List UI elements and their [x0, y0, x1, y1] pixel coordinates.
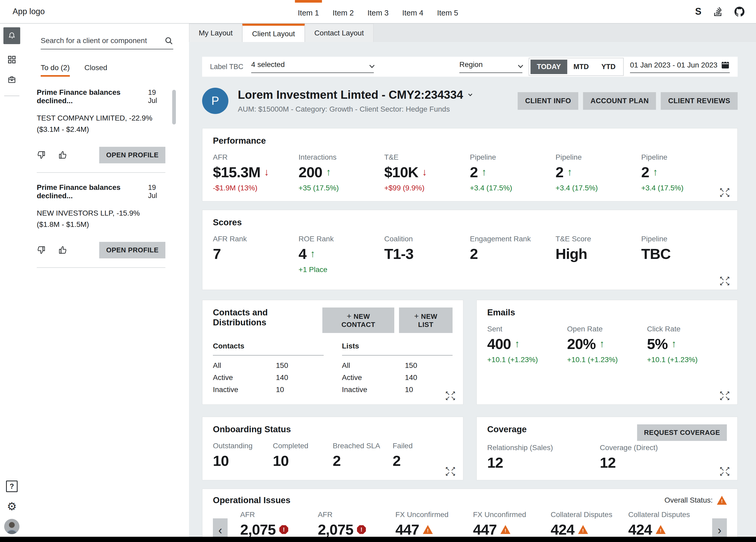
chevron-down-icon	[369, 63, 375, 68]
card-title: Emails	[487, 308, 727, 318]
user-avatar[interactable]	[4, 519, 19, 534]
notification-tabs: To do (2) Closed	[41, 64, 189, 77]
card-title: Contacts and Distributions	[213, 308, 322, 328]
warning-icon: !	[578, 525, 588, 534]
expand-icon[interactable]: ↖↗↙↘	[719, 276, 731, 286]
notification-card: Prime Finance balances declined... 19 Ju…	[37, 88, 165, 163]
metric-click-rate: Click Rate 5%↑ +10.1 (+1.23%)	[647, 325, 727, 364]
search-icon[interactable]	[164, 36, 173, 45]
client-reviews-button[interactable]: CLIENT REVIEWS	[661, 92, 738, 110]
thumbs-down-icon[interactable]	[37, 245, 46, 255]
table-row: Active140	[342, 374, 453, 382]
carousel-prev-button[interactable]: ‹	[213, 518, 228, 537]
request-coverage-button[interactable]: REQUEST COVERAGE	[637, 424, 727, 441]
warning-icon: !	[717, 496, 727, 505]
table-row: Inactive10	[213, 386, 324, 394]
card-title: Coverage	[487, 424, 527, 434]
table-row: All150	[213, 361, 324, 370]
main-area: My Layout Client Layout Contact Layout L…	[189, 24, 756, 537]
tab-todo[interactable]: To do (2)	[41, 64, 70, 77]
metric-afr: AFR $15.3M↓ -$1.9M (13%)	[213, 153, 298, 192]
coverage-card: Coverage REQUEST COVERAGE Relationship (…	[476, 417, 738, 480]
period-today[interactable]: TODAY	[531, 60, 567, 74]
period-mtd[interactable]: MTD	[567, 60, 595, 74]
help-icon: ?	[10, 482, 14, 491]
card-title: Scores	[213, 217, 727, 227]
metric-failed: Failed 2	[393, 442, 453, 469]
metric-relationship-sales: Relationship (Sales) 12	[487, 444, 600, 471]
list-divider	[37, 172, 165, 173]
portfolio-rail-button[interactable]	[7, 75, 16, 84]
client-avatar: P	[202, 88, 228, 114]
topbar-icons: S	[695, 6, 744, 17]
thumbs-up-icon[interactable]	[58, 245, 67, 255]
period-ytd[interactable]: YTD	[595, 60, 622, 74]
trend-up-icon: ↑	[599, 338, 604, 350]
expand-icon[interactable]: ↖↗↙↘	[445, 466, 456, 476]
briefcase-icon	[7, 75, 16, 84]
s-logo-icon[interactable]: S	[695, 6, 701, 17]
expand-icon[interactable]: ↖↗↙↘	[719, 187, 731, 197]
settings-button[interactable]: ⚙	[7, 501, 17, 512]
emails-card: Emails Sent 400↑ +10.1 (+1.23%) Open Rat…	[476, 300, 738, 405]
expand-icon[interactable]: ↖↗↙↘	[719, 391, 731, 401]
label-tbc: Label TBC	[210, 63, 243, 71]
help-button[interactable]: ?	[6, 481, 18, 492]
trend-up-icon: ↑	[310, 248, 315, 259]
contacts-card: Contacts and Distributions +NEW CONTACT …	[202, 300, 463, 405]
account-plan-button[interactable]: ACCOUNT PLAN	[583, 92, 656, 110]
notification-list: Prime Finance balances declined... 19 Ju…	[24, 88, 189, 537]
app-logo[interactable]: App logo	[13, 7, 45, 16]
notification-date: 19 Jul	[148, 183, 165, 200]
label-select-dropdown[interactable]: 4 selected	[251, 60, 374, 73]
card-title: Onboarding Status	[213, 424, 453, 434]
top-bar: App logo Item 1 Item 2 Item 3 Item 4 Ite…	[0, 0, 756, 24]
nav-item-1[interactable]: Item 1	[298, 0, 319, 23]
notifications-rail-button[interactable]	[3, 27, 20, 44]
client-header: P Lorem Investment Limted - CMY2:234334 …	[202, 88, 738, 114]
dropdown-value: Region	[459, 60, 483, 69]
client-info-button[interactable]: CLIENT INFO	[518, 92, 578, 110]
apps-rail-button[interactable]	[7, 55, 16, 64]
thumbs-down-icon[interactable]	[37, 150, 46, 160]
github-icon[interactable]	[734, 7, 744, 17]
warning-icon: !	[500, 525, 510, 534]
operational-issues-card: Operational Issues Overall Status: ! ‹ A…	[202, 489, 738, 537]
app-window: App logo Item 1 Item 2 Item 3 Item 4 Ite…	[0, 0, 756, 542]
new-contact-button[interactable]: +NEW CONTACT	[322, 308, 394, 333]
rail-divider	[4, 96, 19, 96]
nav-item-3[interactable]: Item 3	[367, 0, 389, 23]
region-dropdown[interactable]: Region	[459, 60, 522, 73]
nav-item-4[interactable]: Item 4	[402, 0, 423, 23]
tab-contact-layout[interactable]: Contact Layout	[305, 24, 374, 42]
grid-icon	[7, 55, 16, 64]
trend-down-icon: ↓	[422, 166, 427, 178]
thumbs-up-icon[interactable]	[58, 150, 67, 160]
tab-client-layout[interactable]: Client Layout	[242, 24, 305, 42]
notification-title: Prime Finance balances declined...	[37, 88, 148, 105]
notification-date: 19 Jul	[148, 88, 165, 105]
metric-pipeline: Pipeline 2↑ +3.4 (17.5%)	[555, 153, 641, 192]
list-scrollbar[interactable]	[172, 90, 176, 124]
trend-up-icon: ↑	[567, 166, 572, 178]
nav-item-5[interactable]: Item 5	[437, 0, 458, 23]
expand-icon[interactable]: ↖↗↙↘	[445, 391, 456, 401]
open-profile-button[interactable]: OPEN PROFILE	[99, 147, 165, 163]
plus-icon: +	[347, 312, 351, 321]
carousel-next-button[interactable]: ›	[712, 518, 727, 537]
tab-my-layout[interactable]: My Layout	[189, 24, 242, 42]
new-list-button[interactable]: +NEW LIST	[399, 308, 453, 333]
open-profile-button[interactable]: OPEN PROFILE	[99, 242, 165, 258]
nav-item-2[interactable]: Item 2	[333, 0, 354, 23]
stackoverflow-icon[interactable]	[713, 7, 722, 16]
chevron-down-icon[interactable]	[468, 92, 473, 96]
layout-tabs: My Layout Client Layout Contact Layout	[189, 24, 756, 42]
search-input[interactable]	[41, 36, 164, 45]
client-search	[41, 36, 173, 49]
metric-completed: Completed 10	[273, 442, 333, 469]
card-title: Performance	[213, 136, 727, 146]
tab-closed[interactable]: Closed	[85, 64, 107, 77]
expand-icon[interactable]: ↖↗↙↘	[719, 466, 731, 476]
table-row: Inactive10	[342, 386, 453, 394]
date-range-picker[interactable]: 01 Jan 2023 - 01 Jun 2023	[630, 60, 730, 73]
